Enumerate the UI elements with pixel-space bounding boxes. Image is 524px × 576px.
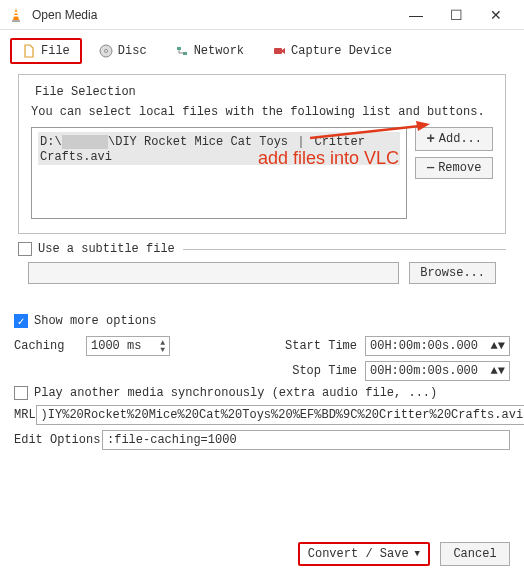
close-button[interactable]: ✕ <box>476 7 516 23</box>
tab-file-label: File <box>41 44 70 58</box>
dropdown-arrow-icon[interactable]: ▼ <box>415 549 420 559</box>
cancel-button[interactable]: Cancel <box>440 542 510 566</box>
start-time-input[interactable]: 00H:00m:00s.000 ▲▼ <box>365 336 510 356</box>
show-more-label: Show more options <box>34 314 156 328</box>
svg-rect-3 <box>14 15 19 17</box>
caching-spinner[interactable]: 1000 ms ▲▼ <box>86 336 170 356</box>
svg-rect-8 <box>274 48 282 54</box>
convert-save-button[interactable]: Convert / Save ▼ <box>298 542 430 566</box>
svg-rect-6 <box>177 47 181 50</box>
edit-options-label: Edit Options <box>14 433 102 447</box>
advanced-options: Caching 1000 ms ▲▼ Start Time 00H:00m:00… <box>14 336 510 450</box>
caching-label: Caching <box>14 339 86 353</box>
svg-marker-10 <box>416 121 430 131</box>
minus-icon: — <box>427 161 434 175</box>
svg-line-9 <box>310 126 420 138</box>
disc-icon <box>99 44 113 58</box>
dialog-buttons: Convert / Save ▼ Cancel <box>0 532 524 576</box>
file-selection-desc: You can select local files with the foll… <box>31 105 493 119</box>
tab-network-label: Network <box>194 44 244 58</box>
file-list[interactable]: D:\xx\DIY Rocket Mice Cat Toys ｜ Critter… <box>31 127 407 219</box>
file-selection-legend: File Selection <box>31 85 140 99</box>
svg-point-5 <box>104 50 107 53</box>
edit-options-input[interactable]: :file-caching=1000 <box>102 430 510 450</box>
browse-button[interactable]: Browse... <box>409 262 496 284</box>
network-icon <box>175 44 189 58</box>
tab-disc[interactable]: Disc <box>88 38 158 64</box>
tab-disc-label: Disc <box>118 44 147 58</box>
spinner-arrows-icon[interactable]: ▲▼ <box>491 339 505 353</box>
tab-capture-label: Capture Device <box>291 44 392 58</box>
svg-rect-1 <box>12 20 20 22</box>
spinner-arrows-icon[interactable]: ▲▼ <box>160 339 165 353</box>
remove-button[interactable]: —Remove <box>415 157 493 179</box>
spinner-arrows-icon[interactable]: ▲▼ <box>491 364 505 378</box>
vlc-icon <box>8 7 24 23</box>
stop-time-label: Stop Time <box>292 364 357 378</box>
subtitle-path-input[interactable] <box>28 262 399 284</box>
tab-capture[interactable]: Capture Device <box>261 38 403 64</box>
subtitle-label: Use a subtitle file <box>38 242 175 256</box>
tab-network[interactable]: Network <box>164 38 255 64</box>
redacted-path: xx <box>62 135 108 149</box>
start-time-label: Start Time <box>285 339 357 353</box>
divider <box>183 249 506 250</box>
annotation-text: add files into VLC <box>258 148 399 169</box>
window-title: Open Media <box>32 8 396 22</box>
minimize-button[interactable]: — <box>396 7 436 23</box>
sync-media-label: Play another media synchronously (extra … <box>34 386 437 400</box>
subtitle-checkbox[interactable] <box>18 242 32 256</box>
show-more-checkbox[interactable] <box>14 314 28 328</box>
sync-media-checkbox[interactable] <box>14 386 28 400</box>
capture-icon <box>272 44 286 58</box>
svg-marker-0 <box>13 8 19 20</box>
source-tabs: File Disc Network Capture Device <box>0 30 524 64</box>
svg-rect-2 <box>14 12 18 14</box>
mrl-label: MRL <box>14 408 36 422</box>
mrl-input[interactable]: )IY%20Rocket%20Mice%20Cat%20Toys%20%EF%B… <box>36 405 524 425</box>
annotation-arrow-icon <box>310 120 430 140</box>
stop-time-input[interactable]: 00H:00m:00s.000 ▲▼ <box>365 361 510 381</box>
title-bar: Open Media — ☐ ✕ <box>0 0 524 30</box>
file-icon <box>22 44 36 58</box>
maximize-button[interactable]: ☐ <box>436 7 476 23</box>
tab-file[interactable]: File <box>10 38 82 64</box>
